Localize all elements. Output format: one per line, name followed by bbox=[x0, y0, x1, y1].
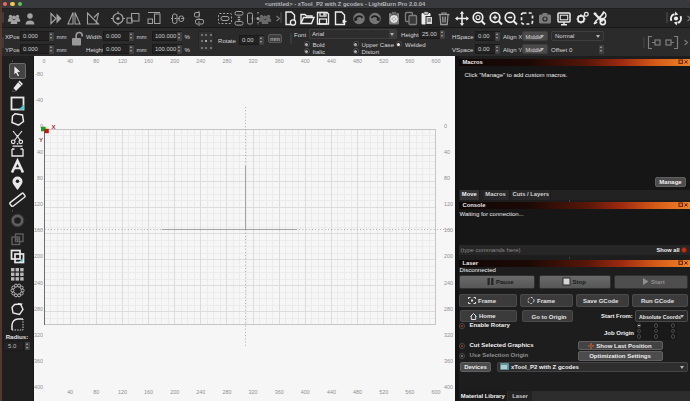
svg-text:0: 0 bbox=[444, 123, 447, 129]
svg-text:120: 120 bbox=[118, 58, 127, 64]
svg-text:400: 400 bbox=[34, 384, 43, 390]
svg-text:40: 40 bbox=[67, 58, 73, 64]
svg-text:480: 480 bbox=[353, 389, 362, 395]
svg-text:400: 400 bbox=[444, 384, 453, 390]
svg-text:200: 200 bbox=[170, 58, 179, 64]
svg-text:280: 280 bbox=[222, 58, 231, 64]
svg-text:600: 600 bbox=[431, 389, 440, 395]
svg-text:560: 560 bbox=[405, 389, 414, 395]
svg-text:40: 40 bbox=[444, 149, 450, 155]
svg-text:440: 440 bbox=[327, 58, 336, 64]
svg-text:-40: -40 bbox=[35, 97, 43, 103]
svg-text:440: 440 bbox=[327, 389, 336, 395]
svg-text:120: 120 bbox=[34, 201, 43, 207]
svg-text:400: 400 bbox=[301, 58, 310, 64]
svg-text:160: 160 bbox=[144, 58, 153, 64]
svg-text:0: 0 bbox=[43, 58, 46, 64]
svg-text:160: 160 bbox=[144, 389, 153, 395]
svg-text:320: 320 bbox=[249, 389, 258, 395]
svg-text:560: 560 bbox=[405, 58, 414, 64]
svg-text:280: 280 bbox=[222, 389, 231, 395]
svg-text:80: 80 bbox=[93, 58, 99, 64]
svg-text:-80: -80 bbox=[35, 71, 43, 77]
svg-text:Y: Y bbox=[39, 137, 43, 143]
svg-text:280: 280 bbox=[34, 306, 43, 312]
svg-text:320: 320 bbox=[444, 332, 453, 338]
svg-text:240: 240 bbox=[444, 280, 453, 286]
svg-text:160: 160 bbox=[34, 227, 43, 233]
svg-text:200: 200 bbox=[34, 253, 43, 259]
svg-text:400: 400 bbox=[301, 389, 310, 395]
svg-text:240: 240 bbox=[196, 389, 205, 395]
svg-text:360: 360 bbox=[275, 389, 284, 395]
svg-text:120: 120 bbox=[444, 201, 453, 207]
svg-text:120: 120 bbox=[118, 389, 127, 395]
svg-text:200: 200 bbox=[170, 389, 179, 395]
svg-text:600: 600 bbox=[431, 58, 440, 64]
svg-text:360: 360 bbox=[444, 358, 453, 364]
svg-text:520: 520 bbox=[379, 389, 388, 395]
svg-text:360: 360 bbox=[34, 358, 43, 364]
svg-text:40: 40 bbox=[37, 149, 43, 155]
svg-text:360: 360 bbox=[275, 58, 284, 64]
svg-text:160: 160 bbox=[444, 227, 453, 233]
svg-text:520: 520 bbox=[379, 58, 388, 64]
svg-text:X: X bbox=[52, 124, 56, 130]
svg-text:240: 240 bbox=[196, 58, 205, 64]
svg-text:320: 320 bbox=[249, 58, 258, 64]
svg-text:320: 320 bbox=[34, 332, 43, 338]
svg-text:240: 240 bbox=[34, 280, 43, 286]
svg-text:280: 280 bbox=[444, 306, 453, 312]
svg-text:40: 40 bbox=[67, 389, 73, 395]
svg-text:200: 200 bbox=[444, 253, 453, 259]
svg-text:80: 80 bbox=[444, 175, 450, 181]
svg-text:480: 480 bbox=[353, 58, 362, 64]
svg-text:80: 80 bbox=[37, 175, 43, 181]
svg-text:80: 80 bbox=[93, 389, 99, 395]
